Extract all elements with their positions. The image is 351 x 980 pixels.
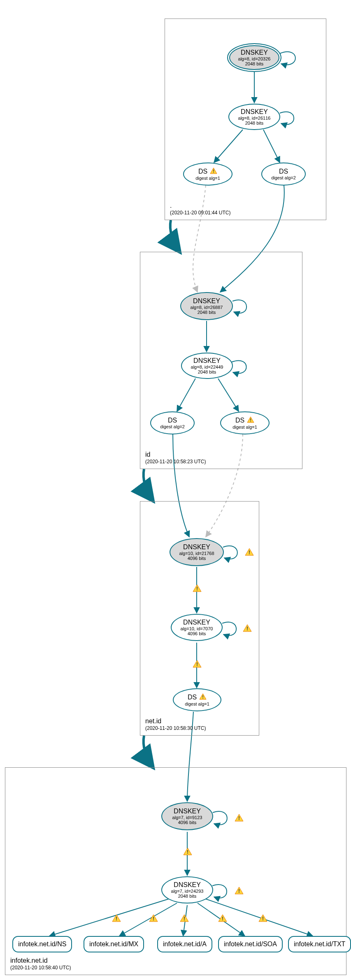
node-alg: alg=8, id=26116 [238,116,271,121]
node-bits: 2048 bits [198,369,216,374]
rrset-label: infotek.net.id/NS [18,941,66,948]
warning-icon: ! [258,914,267,922]
node-title: DNSKEY [183,619,210,626]
warning-icon: ! [193,584,202,592]
node-digest: digest alg=2 [160,424,185,429]
node-title: DNSKEY [241,49,268,56]
zone-timestamp: (2020-11-20 10:58:23 UTC) [145,459,206,464]
rrset-label: infotek.net.id/MX [89,941,138,948]
warning-icon: ! [180,914,189,922]
node-title: DS [188,694,197,701]
node-bits: 2048 bits [178,894,197,899]
svg-text:!: ! [116,916,117,922]
node-title: DS [279,168,288,175]
svg-text:!: ! [202,694,204,699]
node-title: DNSKEY [183,543,210,551]
rrset-label: infotek.net.id/A [163,941,207,948]
node-digest: digest alg=2 [271,175,296,180]
node-alg: alg=7, id=24293 [171,889,204,894]
dnskey-root-zsk: DNSKEY alg=8, id=26116 2048 bits [228,104,280,130]
rrset-a: infotek.net.id/A [157,936,212,952]
node-alg: alg=8, id=26887 [191,305,223,310]
ds-id-alg1: DS ! digest alg=1 [220,411,270,434]
node-title: DS [168,417,177,424]
node-title: DNSKEY [174,808,201,815]
zone-label: infotek.net.id (2020-11-20 10:58:40 UTC) [10,957,71,971]
zone-timestamp: (2020-11-20 10:58:40 UTC) [10,965,71,971]
rrset-label: infotek.net.id/SOA [224,941,277,948]
svg-text:!: ! [246,626,248,632]
ds-root-alg2: DS digest alg=2 [261,163,306,186]
node-alg: alg=8, id=22449 [191,365,223,369]
node-alg: alg=7, id=9123 [172,815,202,820]
svg-text:!: ! [238,888,240,894]
warning-icon: ! [199,693,207,701]
warning-icon: ! [193,660,202,668]
node-bits: 2048 bits [198,310,216,315]
node-title: DNSKEY [193,357,221,365]
rrset-soa: infotek.net.id/SOA [218,936,283,952]
node-bits: 4096 bits [188,631,206,636]
warning-icon: ! [218,914,227,922]
zone-name: net.id [145,717,206,725]
node-bits: 4096 bits [178,820,197,825]
node-alg: alg=10, id=7070 [181,626,213,631]
warning-icon: ! [149,914,158,922]
dnskey-root-ksk: DNSKEY alg=8, id=20326 2048 bits [227,43,281,72]
rrset-ns: infotek.net.id/NS [12,936,72,952]
warning-icon: ! [183,848,192,856]
node-bits: 2048 bits [245,121,264,125]
node-digest: digest alg=1 [185,701,209,706]
node-alg: alg=8, id=20326 [238,56,271,61]
node-digest: digest alg=1 [232,425,257,430]
dnskey-infotek-ksk: DNSKEY alg=7, id=9123 4096 bits [161,802,213,830]
ds-root-alg1: DS ! digest alg=1 [183,163,232,186]
zone-name: id [145,451,206,458]
zone-label: id (2020-11-20 10:58:23 UTC) [145,451,206,464]
warning-icon: ! [243,624,252,632]
rrset-label: infotek.net.id/TXT [294,941,345,948]
svg-text:!: ! [187,849,188,855]
dnskey-infotek-zsk: DNSKEY alg=7, id=24293 2048 bits [161,876,213,903]
zone-name: . [170,202,230,209]
svg-text:!: ! [196,586,198,592]
warning-icon: ! [112,914,121,922]
svg-text:!: ! [196,662,198,667]
node-bits: 4096 bits [188,556,206,561]
rrset-mx: infotek.net.id/MX [84,936,144,952]
warning-icon: ! [235,814,244,822]
ds-id-alg2: DS digest alg=2 [150,411,195,434]
node-title: DNSKEY [241,108,268,116]
zone-timestamp: (2020-11-20 09:01:44 UTC) [170,210,230,216]
dnskey-id-ksk: DNSKEY alg=8, id=26887 2048 bits [180,292,233,320]
warning-icon: ! [210,167,217,176]
svg-text:!: ! [213,169,214,174]
zone-name: infotek.net.id [10,957,71,964]
svg-text:!: ! [153,916,154,922]
ds-netid-alg1: DS ! digest alg=1 [173,688,221,711]
dnskey-netid-ksk: DNSKEY alg=10, id=21768 4096 bits [170,538,224,566]
svg-text:!: ! [184,916,185,922]
node-title: DS [198,168,207,175]
svg-text:!: ! [222,916,223,922]
dnskey-netid-zsk: DNSKEY alg=10, id=7070 4096 bits [171,614,223,641]
svg-text:!: ! [250,418,251,423]
warning-icon: ! [247,416,254,425]
node-title: DNSKEY [174,881,201,889]
zone-label: . (2020-11-20 09:01:44 UTC) [170,202,230,216]
svg-text:!: ! [262,916,264,922]
node-digest: digest alg=1 [195,176,220,181]
node-bits: 2048 bits [245,61,264,66]
rrset-txt: infotek.net.id/TXT [288,936,351,952]
svg-text:!: ! [238,815,240,821]
zone-label: net.id (2020-11-20 10:58:30 UTC) [145,717,206,731]
svg-text:!: ! [249,550,250,555]
dnskey-id-zsk: DNSKEY alg=8, id=22449 2048 bits [181,353,233,379]
warning-icon: ! [235,887,244,895]
warning-icon: ! [245,548,254,556]
zone-timestamp: (2020-11-20 10:58:30 UTC) [145,725,206,731]
node-alg: alg=10, id=21768 [179,551,214,556]
node-title: DNSKEY [193,297,220,305]
node-title: DS [235,417,244,424]
